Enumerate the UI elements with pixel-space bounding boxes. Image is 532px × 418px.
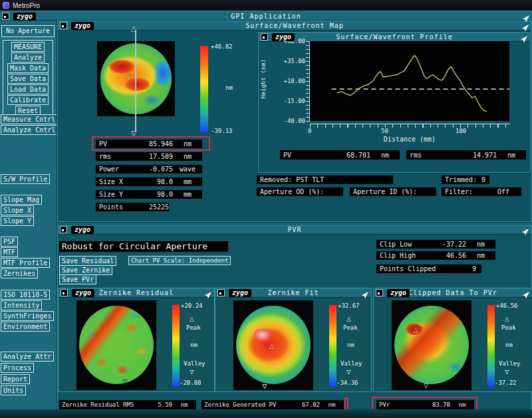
sidebar-item-units[interactable]: Units: [1, 385, 26, 395]
xtick-label: 50: [381, 128, 388, 134]
save-residual-button[interactable]: Save Residual: [59, 256, 116, 266]
valley-marker-icon: ▽: [262, 382, 267, 390]
colorbar-unit-label: nm: [347, 342, 354, 348]
window-controls-icon[interactable]: [520, 33, 528, 41]
window-controls-icon[interactable]: [521, 226, 529, 234]
sidebar-item-measure-cntrl[interactable]: Measure Cntrl: [1, 114, 58, 124]
window-menu-icon[interactable]: [376, 289, 383, 296]
colorbar-unit-label: nm: [505, 342, 513, 348]
window-controls-icon[interactable]: [204, 289, 212, 297]
stat-rms: rms17.589nm: [96, 152, 202, 161]
sidebar-item-mtf-profile[interactable]: MTF Profile: [1, 258, 50, 268]
valley-label: Valley: [499, 360, 521, 367]
peak-marker-icon: △: [413, 326, 418, 334]
window-menu-icon[interactable]: [60, 226, 67, 233]
sidebar-item-psf[interactable]: PSF: [1, 237, 18, 247]
sidebar-item-load-data[interactable]: Load Data: [7, 84, 49, 94]
x-axis-ticks: [310, 124, 510, 128]
sidebar-item-slope-mag[interactable]: Slope Mag: [1, 195, 42, 205]
colorbar-max-label: +20.24: [181, 302, 203, 309]
zernike-fit-window: Zernike Fitzygo△▽+32.67△PeaknmValley▽-34…: [215, 288, 372, 392]
window-menu-icon[interactable]: [61, 289, 68, 296]
colorbar-min-label: -39.13: [211, 128, 233, 134]
colorbar-max-label: +46.82: [211, 43, 233, 50]
peak-marker-icon: △: [94, 322, 98, 330]
peak-triangle-icon: △: [505, 315, 509, 322]
zernike-colorbar: [172, 305, 180, 387]
sidebar-item-s-w-profile[interactable]: S/W Profile: [1, 174, 50, 184]
valley-triangle-icon: ▽: [505, 368, 509, 375]
trimmed-field: Trimmed:0: [442, 175, 489, 184]
profile-plot-area[interactable]: [310, 41, 509, 121]
save-pvr-button[interactable]: Save PVr: [59, 274, 96, 284]
sidebar-item-report[interactable]: Report: [1, 374, 30, 384]
sidebar-item-mask-data[interactable]: Mask Data: [7, 63, 49, 73]
profile-xlabel: Distance (mm): [310, 136, 509, 143]
gpi-app-title: GPI Application: [0, 13, 532, 20]
metropro-app-icon: [3, 2, 9, 9]
window-controls-icon[interactable]: [522, 289, 530, 297]
sidebar-item-analyze-cntrl[interactable]: Analyze Cntrl: [1, 125, 58, 135]
annotation-fragment: [344, 397, 348, 412]
aperture-status[interactable]: No Aperture: [1, 25, 55, 37]
map-colorbar: [200, 46, 208, 132]
stat-power: Power-0.075wave: [96, 165, 202, 173]
stat-size-y: Size Y98.0mm: [96, 190, 202, 199]
zygo-logo: zygo: [229, 289, 251, 297]
sidebar-item-intensity[interactable]: Intensity: [1, 300, 42, 310]
sidebar-item-analyze[interactable]: Analyze: [11, 52, 45, 62]
window-menu-icon[interactable]: [60, 22, 67, 29]
stat-points: Points25225: [96, 203, 169, 211]
sidebar: No Aperture MEASUREAnalyzeMask DataSave …: [0, 21, 57, 418]
peak-triangle-icon: △: [190, 315, 194, 322]
sidebar-item-synthfringes[interactable]: SynthFringes: [1, 311, 54, 321]
window-controls-icon[interactable]: [361, 289, 369, 297]
sidebar-item-environment[interactable]: Environment: [1, 322, 50, 332]
sidebar-item-iso-10110-5[interactable]: ISO 10110-5: [1, 290, 50, 300]
removed-control[interactable]: Removed:PST TLT: [257, 175, 393, 184]
zernike-phase-map[interactable]: [79, 306, 154, 384]
valley-triangle-icon: ▽: [190, 368, 194, 375]
colorbar-min-label: -37.22: [495, 379, 517, 386]
window-menu-icon[interactable]: [217, 289, 225, 296]
window-controls-icon[interactable]: [522, 13, 530, 21]
sidebar-item-measure[interactable]: MEASURE: [11, 42, 45, 52]
zernike-phase-map[interactable]: [394, 306, 469, 384]
os-titlebar[interactable]: MetroPro: [0, 0, 532, 11]
colorbar-min-label: -34.36: [336, 379, 358, 386]
gpi-app-header: GPI Application zygo: [0, 11, 532, 21]
aperture-id-field[interactable]: Aperture ID (%):: [350, 187, 436, 196]
measure-button-group: MEASUREAnalyzeMask DataSave DataLoad Dat…: [3, 40, 53, 118]
slope-button-group: Slope MagSlope XSlope Y: [1, 195, 42, 226]
window-menu-icon[interactable]: [261, 33, 268, 41]
chart-pv-scale-control[interactable]: Chart PV Scale: Independent: [128, 256, 231, 265]
pvr-result: PVr83.78nm: [376, 400, 474, 409]
window-menu-icon[interactable]: [2, 13, 9, 20]
sidebar-item-analyze-attr[interactable]: Analyze Attr: [1, 352, 54, 362]
sidebar-item-calibrate[interactable]: Calibrate: [7, 95, 49, 105]
aperture-od-field[interactable]: Aperture OD (%):: [257, 187, 343, 196]
sidebar-item-zernikes[interactable]: Zernikes: [1, 268, 38, 278]
zernike-residual-window: Zernike Residualzygo△▽+20.24△PeaknmValle…: [58, 288, 215, 392]
zernike-map-image[interactable]: △▽: [392, 300, 471, 390]
sidebar-item-process[interactable]: Process: [1, 363, 34, 373]
surface-wavefront-profile-window: Surface/Wavefront Profile zygo Height (n…: [258, 32, 531, 173]
zygo-logo: zygo: [387, 289, 410, 297]
zernike-colorbar: [487, 305, 495, 387]
colorbar-max-label: +32.67: [338, 302, 360, 309]
arrow-up-icon: △: [131, 23, 136, 33]
ytick-label: +10.00: [276, 78, 305, 84]
zernike-map-image[interactable]: △▽: [233, 300, 313, 390]
zygo-logo: zygo: [71, 22, 94, 30]
profile-slice-arrow[interactable]: △ ▽: [130, 23, 141, 138]
filter-control[interactable]: Filter:Off: [442, 187, 521, 196]
colorbar-unit-label: nm: [225, 84, 233, 91]
zernike-generated-pv-result: Zernike Generated PV67.02nm: [201, 400, 344, 409]
zernike-map-image[interactable]: △▽: [76, 300, 156, 390]
sidebar-item-save-data[interactable]: Save Data: [7, 74, 49, 84]
sidebar-item-slope-x[interactable]: Slope X: [1, 205, 34, 215]
window-controls-icon[interactable]: [521, 22, 529, 30]
save-zernike-button[interactable]: Save Zernike: [59, 265, 112, 275]
sidebar-item-slope-y[interactable]: Slope Y: [1, 216, 34, 226]
sidebar-item-mtf[interactable]: MTF: [1, 247, 18, 257]
